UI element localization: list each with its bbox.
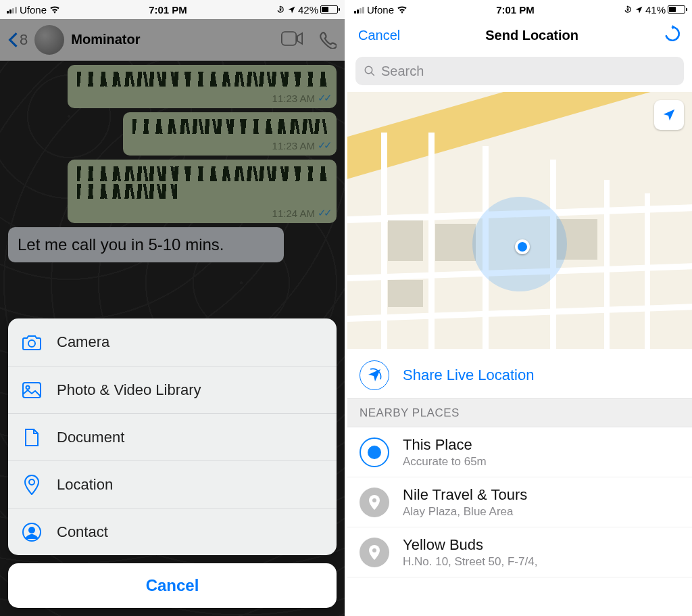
carrier-label: Ufone	[20, 4, 47, 16]
location-pin-icon	[24, 475, 39, 495]
search-icon	[364, 65, 376, 77]
battery-percent: 42%	[298, 4, 318, 16]
page-title: Send Location	[485, 28, 578, 43]
sheet-option-location[interactable]: Location	[8, 460, 337, 508]
share-live-label: Share Live Location	[403, 366, 534, 384]
sheet-option-camera[interactable]: Camera	[8, 318, 337, 366]
location-arrow-icon	[287, 5, 296, 14]
option-label: Camera	[57, 333, 109, 351]
live-location-icon	[366, 367, 382, 383]
carrier-label: Ufone	[367, 4, 394, 16]
clock: 7:01 PM	[407, 4, 623, 16]
refresh-button[interactable]	[664, 25, 681, 45]
location-list: Share Live Location NEARBY PLACES This P…	[347, 352, 692, 616]
svg-rect-0	[280, 9, 281, 11]
sheet-option-contact[interactable]: Contact	[8, 508, 337, 555]
status-bar: Ufone 7:01 PM 42%	[0, 0, 345, 19]
place-item-yellow-buds[interactable]: Yellow Buds H.No. 10, Street 50, F-7/4,	[347, 527, 692, 577]
search-placeholder: Search	[381, 64, 424, 79]
battery-icon	[320, 5, 338, 14]
status-bar: Ufone 7:01 PM 41%	[347, 0, 692, 19]
nav-bar: Cancel Send Location	[347, 19, 692, 51]
place-name: This Place	[403, 436, 487, 454]
contact-icon	[22, 523, 41, 542]
svg-point-9	[365, 66, 372, 74]
battery-icon	[668, 5, 685, 14]
place-item-this-place[interactable]: This Place Accurate to 65m	[347, 427, 692, 477]
orientation-lock-icon	[623, 5, 633, 14]
place-subtitle: Alay Plaza, Blue Area	[403, 505, 527, 519]
sheet-cancel-button[interactable]: Cancel	[8, 563, 337, 608]
location-arrow-icon	[662, 108, 676, 122]
place-name: Yellow Buds	[403, 536, 537, 554]
place-subtitle: H.No. 10, Street 50, F-7/4,	[403, 555, 537, 569]
wifi-icon	[397, 5, 407, 14]
svg-point-5	[29, 479, 34, 485]
map-pin-icon	[360, 538, 389, 567]
option-label: Document	[57, 429, 124, 446]
photo-library-icon	[22, 382, 41, 398]
option-label: Photo & Video Library	[57, 381, 201, 399]
current-location-dot	[515, 239, 530, 254]
option-label: Contact	[57, 523, 108, 541]
radio-selected-icon	[360, 437, 389, 467]
battery-percent: 41%	[645, 4, 666, 16]
cancel-label: Cancel	[146, 576, 199, 595]
refresh-icon	[664, 25, 681, 43]
svg-point-2	[28, 340, 35, 347]
cancel-button[interactable]: Cancel	[358, 28, 400, 43]
signal-icon	[354, 5, 364, 14]
nearby-section-header: NEARBY PLACES	[347, 399, 692, 427]
option-label: Location	[57, 476, 113, 494]
svg-rect-3	[23, 383, 41, 398]
wifi-icon	[49, 5, 60, 14]
svg-point-11	[372, 548, 376, 552]
search-input[interactable]: Search	[355, 57, 684, 85]
map-view[interactable]	[347, 92, 692, 349]
document-icon	[24, 428, 39, 447]
svg-point-7	[28, 527, 35, 534]
sheet-option-photo-library[interactable]: Photo & Video Library	[8, 366, 337, 413]
share-live-location-row[interactable]: Share Live Location	[347, 352, 692, 399]
attach-action-sheet: Camera Photo & Video Library Document Lo…	[8, 318, 337, 608]
place-name: Nile Travel & Tours	[403, 486, 527, 504]
signal-icon	[7, 5, 17, 14]
location-arrow-icon	[635, 5, 643, 14]
svg-rect-8	[627, 9, 628, 11]
svg-point-4	[26, 385, 30, 389]
camera-icon	[22, 334, 42, 350]
right-phone-send-location-screen: Ufone 7:01 PM 41% Cancel Send Location S…	[347, 0, 692, 616]
search-wrap: Search	[347, 51, 692, 92]
place-item-nile-travel[interactable]: Nile Travel & Tours Alay Plaza, Blue Are…	[347, 477, 692, 527]
left-phone-chat-screen: Ufone 7:01 PM 42% 8 Mominator	[0, 0, 345, 616]
place-subtitle: Accurate to 65m	[403, 455, 487, 469]
sheet-option-document[interactable]: Document	[8, 413, 337, 460]
recenter-button[interactable]	[654, 100, 684, 130]
orientation-lock-icon	[276, 5, 285, 14]
svg-point-10	[372, 498, 376, 502]
clock: 7:01 PM	[60, 4, 276, 16]
map-pin-icon	[360, 488, 389, 517]
